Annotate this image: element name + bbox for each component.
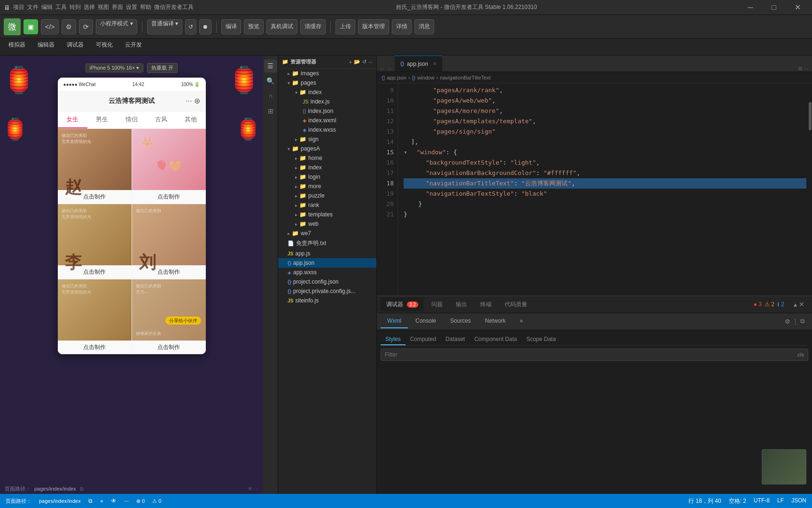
editor-mode-btn[interactable]: </> (41, 19, 59, 34)
hotreload-select[interactable]: 热重载 开 (147, 63, 178, 73)
simulator-mode-btn[interactable]: ▣ (23, 19, 38, 34)
real-machine-btn[interactable]: 真机调试 (266, 19, 297, 34)
minimize-button[interactable]: ─ (740, 0, 761, 15)
tree-images[interactable]: 📁 images (278, 69, 376, 78)
phone-card-2[interactable]: 🎈💛 👑 点击制作 (132, 129, 206, 204)
maximize-button[interactable]: □ (763, 0, 785, 15)
compile-btn[interactable]: 编译 (221, 19, 241, 34)
phone-card-5[interactable]: 做自己的美阳无常觉情情的光 点击制作 (58, 279, 132, 354)
tree-login[interactable]: 📁 login (278, 172, 376, 182)
preview-btn[interactable]: 预览 (244, 19, 264, 34)
split-editor-btn[interactable]: ⧉ (798, 65, 802, 71)
tree-web[interactable]: 📁 web (278, 219, 376, 229)
record-btn[interactable]: ⏺ (199, 19, 211, 34)
network-tab[interactable]: Network (478, 314, 512, 328)
tab-female[interactable]: 女生 (58, 111, 87, 128)
tree-templates[interactable]: 📁 templates (278, 210, 376, 219)
tree-home[interactable]: 📁 home (278, 153, 376, 163)
tree-index-folder[interactable]: 📁 index (278, 87, 376, 97)
tree-appjs[interactable]: JS app.js (278, 249, 376, 258)
tree-we7[interactable]: 📁 we7 (278, 229, 376, 238)
sidenav-git-icon[interactable]: ⑃ (264, 89, 277, 103)
tree-index-wxml[interactable]: ◈ index.wxml (278, 116, 376, 125)
panel-close-btn[interactable]: ✕ (799, 301, 804, 308)
tree-puzzle[interactable]: 📁 puzzle (278, 191, 376, 200)
tree-index-json[interactable]: {} index.json (278, 106, 376, 116)
tree-index-js[interactable]: JS index.js (278, 97, 376, 106)
sidenav-files-icon[interactable]: ☰ (264, 59, 277, 72)
panel-expand-btn[interactable]: ▴ (794, 301, 797, 308)
sources-tab[interactable]: Sources (444, 314, 477, 328)
sidenav-extensions-icon[interactable]: ⊞ (264, 104, 277, 118)
styles-filter-input[interactable] (385, 351, 794, 358)
cloud-tab[interactable]: 云开发 (120, 41, 147, 53)
phone-card-3[interactable]: 做自己的美阳无常觉情情的光 李 点击制作 (58, 204, 132, 279)
refresh-btn[interactable]: ↺ (185, 19, 196, 34)
debug-mode-btn[interactable]: ⚙ (62, 19, 76, 34)
compile-mode-select[interactable]: 普通编译 ▾ (147, 19, 182, 34)
editor-more-btn[interactable]: ··· (804, 66, 808, 71)
component-data-sub-tab[interactable]: Component Data (469, 334, 522, 345)
devtools-popout-icon[interactable]: ⧉ (800, 318, 804, 325)
styles-sub-tab[interactable]: Styles (381, 334, 406, 345)
upload-btn[interactable]: 上传 (336, 19, 355, 34)
tree-index2[interactable]: 📁 index (278, 163, 376, 172)
tree-pages[interactable]: 📁 pages (278, 78, 376, 87)
device-select[interactable]: iPhone 5 100% 16× ▾ (86, 64, 143, 72)
go-forward-btn[interactable]: → (387, 66, 392, 71)
scope-data-sub-tab[interactable]: Scope Data (522, 334, 561, 345)
debug-tab[interactable]: 调试器 (62, 41, 88, 53)
nav-forward-btn[interactable]: ⟳ (79, 19, 93, 34)
tree-more[interactable]: 📁 more (278, 182, 376, 191)
go-back-btn[interactable]: ← (380, 66, 385, 71)
sidenav-search-icon[interactable]: 🔍 (264, 74, 277, 87)
copy-path-btn[interactable]: ⧉ (88, 498, 93, 504)
tree-pagesa[interactable]: 📁 pagesA (278, 144, 376, 153)
version-mgr-btn[interactable]: 版本管理 (358, 19, 389, 34)
visibility-toggle[interactable]: 👁 (111, 498, 117, 504)
phone-card-4[interactable]: 做自己的美阳 刘 点击制作 (132, 204, 206, 279)
editor-tab-close[interactable]: ✕ (433, 61, 437, 66)
tab-ancient[interactable]: 古风 (147, 111, 176, 128)
close-button[interactable]: ✕ (787, 0, 808, 15)
filetree-refresh-btn[interactable]: ↺ (362, 59, 367, 65)
filetree-add-folder-btn[interactable]: 📂 (354, 59, 360, 65)
devtools-settings-icon[interactable]: ⚙ (785, 318, 790, 325)
tree-project-config[interactable]: {} project.config.json (278, 277, 376, 286)
clear-btn[interactable]: 清缓存 (300, 19, 326, 34)
debugger-tab[interactable]: 调试器 3.2 (381, 297, 424, 311)
copy-path-icon[interactable]: ⧉ (80, 486, 84, 492)
tab-other[interactable]: 其他 (176, 111, 206, 128)
devtools-more-icon[interactable]: ⋮ (792, 318, 798, 325)
tree-appwxss[interactable]: ◈ app.wxss (278, 268, 376, 277)
tree-rank[interactable]: 📁 rank (278, 200, 376, 210)
share-button[interactable]: 分享给小伙伴 (165, 305, 201, 326)
visual-tab[interactable]: 可视化 (91, 41, 117, 53)
tree-appjson[interactable]: {} app.json (278, 258, 376, 268)
computed-sub-tab[interactable]: Computed (406, 334, 441, 345)
status-more-btn[interactable]: ··· (124, 498, 129, 504)
dataset-sub-tab[interactable]: Dataset (441, 334, 469, 345)
details-btn[interactable]: 详情 (392, 19, 412, 34)
tab-couple[interactable]: 情侣 (117, 111, 147, 128)
tree-index-wxss[interactable]: ◈ index.wxss (278, 125, 376, 135)
editor-tab[interactable]: 编辑器 (33, 41, 59, 53)
tree-siteinfo[interactable]: JS siteinfo.js (278, 296, 376, 305)
phone-card-6[interactable]: 做自己的美阳尽力— 分享给小伙伴 撩嗜家的女孩 点击制作 (132, 279, 206, 354)
problems-tab[interactable]: 问题 (426, 297, 448, 311)
filetree-add-file-btn[interactable]: + (349, 59, 351, 65)
tab-male[interactable]: 男生 (87, 111, 117, 128)
code-quality-tab[interactable]: 代码质量 (499, 297, 533, 311)
app-type-select[interactable]: 小程序模式 ▾ (96, 19, 137, 34)
terminal-tab[interactable]: 终端 (475, 297, 497, 311)
filetree-more-btn[interactable]: ··· (368, 59, 373, 65)
editor-tab-appjson[interactable]: {} app.json ✕ (395, 56, 442, 71)
editor-scrollbar[interactable] (808, 83, 812, 295)
tree-disclaimer[interactable]: 📄 免责声明.txt (278, 238, 376, 249)
console-tab[interactable]: Console (409, 314, 443, 328)
tree-sign-folder[interactable]: 📁 sign (278, 135, 376, 144)
msg-btn[interactable]: 消息 (414, 19, 434, 34)
simulator-tab[interactable]: 模拟器 (4, 41, 30, 53)
output-tab[interactable]: 输出 (450, 297, 473, 311)
tree-project-private[interactable]: {} project.private.config.js... (278, 286, 376, 296)
